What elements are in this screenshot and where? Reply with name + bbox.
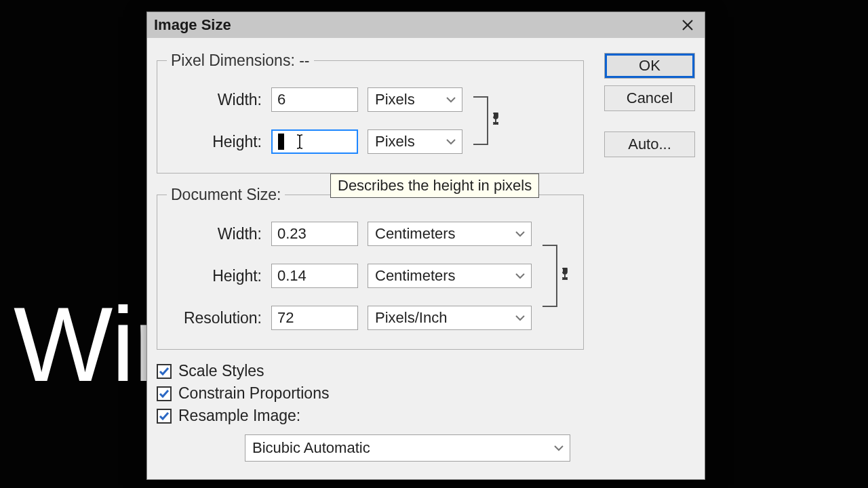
- text-caret: [278, 134, 284, 150]
- doc-height-input[interactable]: [271, 264, 358, 288]
- auto-button-label: Auto...: [628, 136, 671, 153]
- chain-icon: [559, 268, 571, 284]
- cancel-button[interactable]: Cancel: [604, 85, 695, 111]
- pixel-chain-link[interactable]: [473, 96, 505, 145]
- pixel-width-unit-select[interactable]: Pixels: [368, 87, 462, 112]
- chain-icon: [490, 113, 502, 129]
- close-button[interactable]: [671, 12, 705, 38]
- resample-method-value: Bicubic Automatic: [252, 439, 370, 457]
- pixel-height-unit-value: Pixels: [375, 133, 415, 150]
- check-icon: [159, 388, 170, 399]
- check-icon: [159, 366, 170, 377]
- pixel-height-label: Height:: [167, 133, 262, 151]
- dialog-titlebar: Image Size: [147, 12, 705, 38]
- chevron-down-icon: [515, 228, 526, 239]
- cancel-button-label: Cancel: [627, 89, 673, 107]
- scale-styles-label: Scale Styles: [178, 362, 264, 380]
- doc-height-unit-select[interactable]: Centimeters: [368, 264, 532, 288]
- doc-width-unit-value: Centimeters: [375, 225, 456, 243]
- resample-image-checkbox[interactable]: [157, 409, 172, 424]
- chevron-down-icon: [515, 312, 526, 323]
- resolution-input[interactable]: [271, 306, 358, 330]
- pixel-height-input[interactable]: [271, 129, 358, 154]
- background-watermark-text: Wir: [14, 285, 167, 405]
- document-chain-link[interactable]: [542, 245, 574, 307]
- pixel-width-unit-value: Pixels: [375, 91, 415, 108]
- resolution-label: Resolution:: [167, 309, 262, 327]
- resolution-unit-value: Pixels/Inch: [375, 309, 447, 327]
- chevron-down-icon: [553, 443, 564, 453]
- resample-image-label: Resample Image:: [178, 407, 300, 425]
- document-size-legend: Document Size:: [167, 186, 285, 204]
- doc-height-unit-value: Centimeters: [375, 267, 456, 285]
- scale-styles-checkbox[interactable]: [157, 364, 172, 379]
- doc-width-input[interactable]: [271, 222, 358, 246]
- pixel-dimensions-legend: Pixel Dimensions: --: [167, 52, 314, 70]
- constrain-proportions-label: Constrain Proportions: [178, 384, 329, 403]
- image-size-dialog: Image Size Pixel Dimensions: -- Width:: [146, 12, 705, 480]
- doc-height-label: Height:: [167, 267, 262, 285]
- resolution-unit-select[interactable]: Pixels/Inch: [368, 306, 532, 330]
- pixel-height-unit-select[interactable]: Pixels: [368, 129, 462, 154]
- dialog-body: Pixel Dimensions: -- Width: Pixels: [147, 38, 705, 479]
- ok-button[interactable]: OK: [604, 53, 695, 79]
- ok-button-label: OK: [639, 57, 660, 75]
- chevron-down-icon: [515, 270, 526, 281]
- pixel-width-input[interactable]: [271, 87, 358, 112]
- pixel-dimensions-group: Pixel Dimensions: -- Width: Pixels: [157, 52, 584, 174]
- resample-method-select[interactable]: Bicubic Automatic: [245, 434, 570, 462]
- chevron-down-icon: [446, 94, 456, 105]
- constrain-proportions-checkbox[interactable]: [157, 386, 172, 401]
- document-size-group: Document Size: Width: Centimeters: [157, 186, 584, 350]
- auto-button[interactable]: Auto...: [604, 131, 695, 157]
- dialog-title: Image Size: [154, 16, 231, 34]
- close-icon: [682, 19, 694, 31]
- chevron-down-icon: [446, 136, 456, 147]
- doc-width-label: Width:: [167, 225, 262, 243]
- doc-width-unit-select[interactable]: Centimeters: [368, 222, 532, 246]
- height-tooltip: Describes the height in pixels: [330, 174, 539, 198]
- check-icon: [159, 411, 170, 422]
- pixel-width-label: Width:: [167, 91, 262, 109]
